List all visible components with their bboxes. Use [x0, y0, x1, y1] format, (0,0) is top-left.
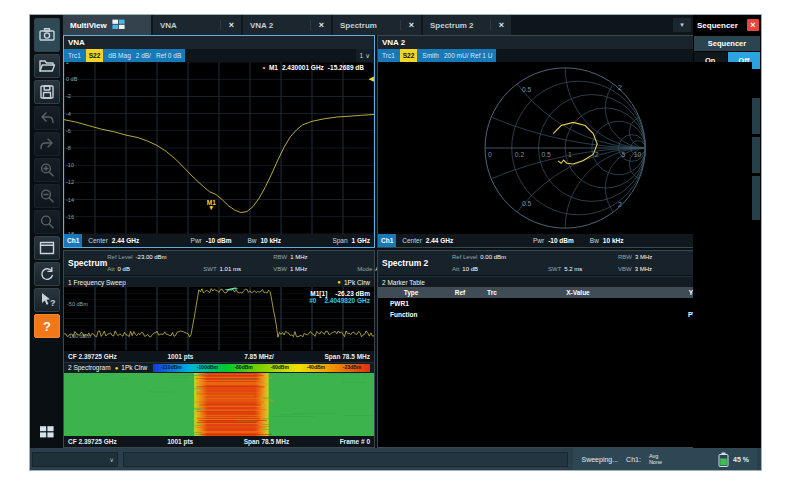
- column-header: Type: [378, 289, 444, 296]
- battery-percent: 45 %: [733, 456, 749, 463]
- trace-color-dot-icon: ●: [337, 279, 341, 285]
- setting-label: Ref Level: [452, 254, 477, 260]
- svg-text:?: ?: [43, 319, 51, 334]
- tab-vna-2[interactable]: VNA 2×: [243, 15, 331, 35]
- setting-label: Mode: [357, 266, 372, 272]
- sequencer-loop-icon[interactable]: [34, 262, 60, 286]
- frame-value[interactable]: Frame # 0: [340, 438, 370, 445]
- setting[interactable]: VBW1 MHz: [273, 266, 357, 272]
- bw-value[interactable]: 10 kHz: [260, 237, 281, 244]
- setting[interactable]: SWT5.2 ms: [548, 266, 618, 272]
- marker-freq: 2.430001 GHz: [282, 64, 324, 71]
- span-value[interactable]: Span 78.5 MHz: [244, 438, 290, 445]
- column-header: X-Value: [508, 289, 648, 296]
- setting-value: 0.00 dBm: [480, 254, 506, 260]
- close-icon[interactable]: ×: [490, 20, 504, 30]
- windows-icon[interactable]: [34, 420, 60, 444]
- vna-window-selector[interactable]: 1 ∨: [356, 49, 374, 62]
- span-value[interactable]: 1 GHz: [352, 237, 370, 244]
- spectrum-pane: Spectrum Ref Level-23.00 dBmRBW1 MHzAtt0…: [63, 250, 375, 448]
- close-icon[interactable]: ×: [400, 20, 414, 30]
- tab-label: Spectrum 2: [430, 21, 474, 30]
- cell-type: Function: [378, 311, 444, 318]
- window-frame-icon[interactable]: [34, 236, 60, 260]
- analyzer-app: ?? MultiViewVNA×VNA 2×Spectrum×Spectrum …: [30, 15, 761, 470]
- span-value[interactable]: Span 78.5 MHz: [325, 353, 371, 360]
- setting-value: -23.00 dBm: [136, 254, 167, 260]
- frequency-sweep-plot[interactable]: M1[1]-26.23 dBm#02.4049820 GHz -50 dBm-1…: [64, 287, 374, 351]
- spectrogram-window-header[interactable]: 2 Spectrogram ● 1Pk Clrw -110dBm-100dBm-…: [64, 362, 374, 373]
- chevron-down-icon: ∨: [365, 52, 370, 60]
- spectrogram-plot[interactable]: [64, 373, 374, 437]
- y-axis-label: -8: [66, 145, 71, 151]
- marker-dot-icon: •: [263, 64, 265, 71]
- pwr-value[interactable]: -10 dBm: [206, 237, 232, 244]
- spectrum-settings: Ref Level-23.00 dBmRBW1 MHzAtt0 dBSWT1.0…: [107, 251, 407, 275]
- bw-value[interactable]: 10 kHz: [603, 237, 624, 244]
- close-icon[interactable]: ×: [747, 19, 759, 31]
- save-icon[interactable]: [34, 80, 60, 104]
- center-label: Center: [88, 237, 108, 244]
- setting-value: 5.2 ms: [564, 266, 582, 272]
- scale-label: -110dBm: [153, 364, 189, 372]
- help-pointer-icon[interactable]: ?: [34, 288, 60, 312]
- redo-icon[interactable]: [34, 132, 60, 156]
- tab-multiview[interactable]: MultiView: [63, 15, 151, 35]
- zoom-search-icon[interactable]: [34, 210, 60, 234]
- tab-overflow-button[interactable]: ▾: [673, 18, 691, 32]
- close-icon[interactable]: ×: [220, 20, 234, 30]
- close-icon[interactable]: ×: [310, 20, 324, 30]
- smith-chart-plot[interactable]: 00.20.5125100.50.522: [378, 62, 752, 234]
- battery-icon: [718, 452, 729, 467]
- setting[interactable]: Att10 dB: [452, 266, 548, 272]
- undo-icon[interactable]: [34, 106, 60, 130]
- tab-spectrum-2[interactable]: Spectrum 2×: [423, 15, 511, 35]
- tab-label: MultiView: [70, 21, 107, 30]
- bw-label: Bw: [590, 237, 599, 244]
- setting[interactable]: Ref Level0.00 dBm: [452, 254, 548, 260]
- trace-scale: 200 mU/ Ref 1 U: [444, 52, 492, 59]
- marker-name: M1: [269, 64, 278, 71]
- m1-marker[interactable]: M1▼: [207, 200, 216, 210]
- trace-legend-label: 1Pk Clrw: [121, 364, 147, 371]
- y-axis-label: -50 dBm: [67, 301, 88, 307]
- setting[interactable]: VBW3 MHz: [618, 266, 702, 272]
- channel-badge[interactable]: Ch1: [378, 234, 396, 247]
- freq-sweep-window-header[interactable]: 1 Frequency Sweep ● 1Pk Clrw: [64, 276, 374, 287]
- help-icon[interactable]: ?: [34, 314, 60, 338]
- cf-value[interactable]: CF 2.39725 GHz: [68, 438, 117, 445]
- setting[interactable]: SWT1.01 ms: [203, 266, 273, 272]
- center-value[interactable]: 2.44 GHz: [426, 237, 453, 244]
- setting[interactable]: Ref Level-23.00 dBm: [107, 254, 203, 260]
- cf-value[interactable]: CF 2.39725 GHz: [68, 353, 117, 360]
- spectrogram-footer: CF 2.39725 GHz 1001 pts Span 78.5 MHz Fr…: [64, 436, 374, 447]
- channel-badge[interactable]: Ch1: [64, 234, 82, 247]
- points-value: 1001 pts: [167, 438, 193, 445]
- tab-vna[interactable]: VNA×: [153, 15, 241, 35]
- setting: [203, 254, 273, 260]
- vna2-trace-settings[interactable]: Trc1 S22 Smith 200 mU/ Ref 1 U: [378, 49, 496, 62]
- marker-level: -15.2689 dB: [328, 64, 364, 71]
- setting[interactable]: Att0 dB: [107, 266, 203, 272]
- trace-scale: 2 dB/: [136, 52, 151, 59]
- camera-icon[interactable]: [34, 18, 60, 52]
- vna-plot[interactable]: • M1 2.430001 GHz -15.2689 dB ◀ 20 dB-2-…: [64, 62, 374, 234]
- zoom-out-icon[interactable]: [34, 184, 60, 208]
- setting[interactable]: RBW3 MHz: [618, 254, 702, 260]
- svg-text:5: 5: [622, 151, 626, 158]
- tab-label: Spectrum: [340, 21, 377, 30]
- spectrum2-title: Spectrum 2: [378, 251, 452, 275]
- setting-value: 0 dB: [118, 266, 130, 272]
- tab-spectrum[interactable]: Spectrum×: [333, 15, 421, 35]
- vna-trace-settings[interactable]: Trc1 S22 dB Mag 2 dB/ Ref 0 dB: [64, 49, 185, 62]
- setting[interactable]: RBW1 MHz: [273, 254, 357, 260]
- s-parameter-chip: S22: [400, 49, 418, 62]
- tab-label: VNA 2: [250, 21, 273, 30]
- folder-open-icon[interactable]: [34, 54, 60, 78]
- svg-text:2: 2: [595, 151, 599, 158]
- freq-sweep-footer: CF 2.39725 GHz 1001 pts 7.85 MHz/ Span 7…: [64, 351, 374, 362]
- zoom-in-icon[interactable]: [34, 158, 60, 182]
- status-dropdown[interactable]: ∨: [32, 452, 118, 467]
- pwr-value[interactable]: -10 dBm: [548, 237, 574, 244]
- center-value[interactable]: 2.44 GHz: [112, 237, 139, 244]
